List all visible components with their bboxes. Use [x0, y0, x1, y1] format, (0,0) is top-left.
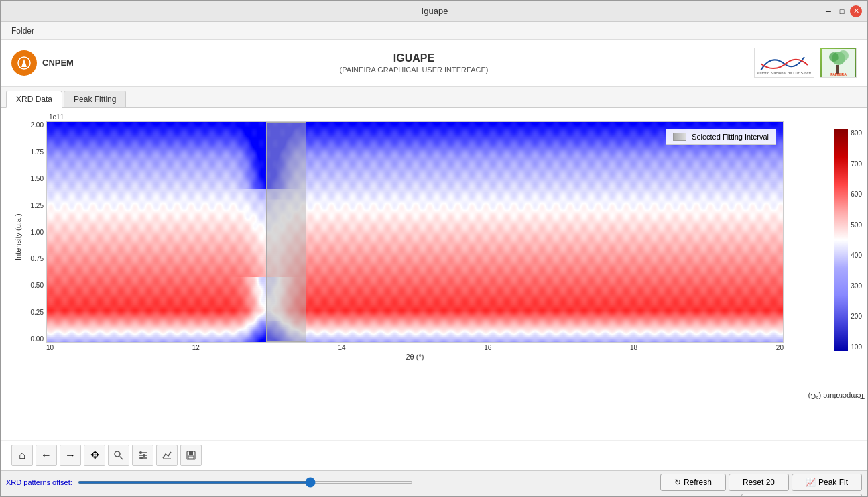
svg-point-6 [838, 50, 849, 61]
y-tick: 0.75 [31, 255, 44, 262]
chart-button[interactable] [156, 445, 178, 466]
legend-swatch [673, 133, 686, 141]
colorbar-tick: 600 [851, 190, 862, 198]
colorbar-tick: 400 [851, 252, 862, 259]
y-tick: 0.50 [31, 282, 44, 289]
offset-label[interactable]: XRD patterns offset: [6, 478, 72, 486]
zoom-icon [113, 450, 124, 461]
sliders-icon [137, 450, 148, 461]
offset-row: XRD patterns offset: ↻ Refresh Reset 2θ … [6, 474, 862, 491]
y-tick: 0.25 [31, 309, 44, 316]
x-tick: 16 [484, 344, 491, 351]
svg-point-16 [140, 457, 143, 459]
svg-text:PAINEIRA: PAINEIRA [830, 72, 847, 76]
tab-xrd-data[interactable]: XRD Data [6, 91, 62, 108]
chart-icon [162, 450, 172, 461]
header-center: IGUAPE (PAINEIRA GRAPHICAL USER INTERFAC… [74, 52, 754, 74]
peak-fit-icon: 📈 [806, 478, 816, 487]
svg-rect-20 [188, 456, 194, 459]
chart-wrapper: Intensity (u.a.) 1e11 2.001.751.501.251.… [6, 113, 826, 437]
x-tick: 14 [338, 344, 346, 351]
home-button[interactable]: ⌂ [11, 445, 33, 466]
indexing-row: Select XDR patterns indexing: XRD measur… [6, 494, 862, 497]
back-button[interactable]: ← [36, 445, 57, 466]
plot-area[interactable]: Selected Fitting Interval [46, 121, 784, 343]
svg-rect-19 [189, 451, 193, 455]
header-logos: Laboratório Nacional de Luz Síncrotron P… [754, 48, 857, 78]
colorbar-tick: 700 [851, 160, 862, 168]
colorbar-tick: 300 [851, 282, 862, 290]
selected-interval-overlay [266, 122, 306, 342]
chart-area: Intensity (u.a.) 1e11 2.001.751.501.251.… [11, 113, 826, 361]
menu-bar: Folder [1, 22, 867, 40]
y-tick: 0.00 [31, 335, 44, 343]
chart-canvas-wrapper: Intensity (u.a.) 1e11 2.001.751.501.251.… [11, 113, 826, 361]
colorbar [834, 129, 848, 351]
paineira-logo: PAINEIRA [820, 48, 857, 78]
cnpem-text: CNPEM [42, 58, 74, 68]
y-tick: 2.00 [31, 121, 44, 129]
title-bar: Iguape ─ □ ✕ [1, 1, 867, 22]
bottom-controls: XRD patterns offset: ↻ Refresh Reset 2θ … [1, 470, 867, 497]
colorbar-tick: 800 [851, 129, 862, 137]
window-title: Iguape [46, 6, 823, 16]
svg-point-14 [139, 451, 142, 454]
scale-label: 1e11 [49, 113, 826, 121]
reset-2theta-button[interactable]: Reset 2θ [729, 474, 789, 491]
x-axis-label: 2θ (°) [46, 353, 784, 361]
y-tick: 1.75 [31, 148, 44, 156]
logo-area: CNPEM [11, 50, 74, 76]
x-tick: 10 [46, 344, 54, 351]
refresh-icon: ↻ [674, 478, 681, 487]
toolbar: ⌂ ← → ✥ [1, 440, 867, 470]
colorbar-tick: 500 [851, 221, 862, 229]
save-peak-button[interactable]: 💾 Save Peak Fit Data [741, 494, 862, 497]
y-tick: 1.50 [31, 175, 44, 182]
y-tick: 1.00 [31, 229, 44, 236]
refresh-button[interactable]: ↻ Refresh [660, 474, 726, 491]
save-button[interactable] [180, 445, 202, 466]
app-title: IGUAPE [393, 52, 434, 64]
forward-button[interactable]: → [60, 445, 81, 466]
x-tick: 20 [776, 344, 784, 351]
pan-button[interactable]: ✥ [84, 445, 105, 466]
tab-peak-fitting[interactable]: Peak Fitting [64, 91, 126, 107]
legend-label: Selected Fitting Interval [692, 133, 769, 141]
x-tick: 18 [630, 344, 637, 351]
colorbar-section: 800700600500400300200100 Blower Temperat… [834, 113, 862, 437]
lnls-logo: Laboratório Nacional de Luz Síncrotron [754, 48, 814, 78]
peak-fit-button[interactable]: 📈 Peak Fit [792, 474, 862, 491]
colorbar-label: Blower Temperature (°C) [808, 392, 868, 400]
svg-line-10 [120, 456, 123, 459]
minimize-button[interactable]: ─ [823, 6, 834, 17]
close-button[interactable]: ✕ [850, 5, 862, 17]
offset-slider[interactable] [78, 481, 413, 484]
colorbar-tick: 100 [851, 343, 862, 351]
header: CNPEM IGUAPE (PAINEIRA GRAPHICAL USER IN… [1, 40, 867, 87]
folder-menu[interactable]: Folder [6, 25, 40, 37]
svg-point-9 [115, 451, 120, 457]
chart-container: Intensity (u.a.) 1e11 2.001.751.501.251.… [1, 108, 867, 440]
app-subtitle: (PAINEIRA GRAPHICAL USER INTERFACE) [340, 66, 489, 74]
svg-text:Laboratório Nacional de Luz Sí: Laboratório Nacional de Luz Síncrotron [757, 71, 811, 75]
svg-point-15 [143, 454, 145, 457]
colorbar-tick: 200 [851, 313, 862, 320]
tabs-bar: XRD Data Peak Fitting [1, 87, 867, 108]
maximize-button[interactable]: □ [836, 6, 847, 17]
y-axis-label: Intensity (u.a.) [11, 113, 22, 361]
colorbar-ticks: 800700600500400300200100 [851, 129, 862, 351]
window-controls: ─ □ ✕ [823, 5, 862, 17]
chart-main: 1e11 2.001.751.501.251.000.750.500.250.0… [22, 113, 826, 361]
legend-box: Selected Fitting Interval [666, 129, 776, 145]
colorbar-wrapper: 800700600500400300200100 [834, 129, 862, 351]
sliders-button[interactable] [132, 445, 153, 466]
x-tick: 12 [192, 344, 200, 351]
zoom-button[interactable] [108, 445, 129, 466]
save-icon [186, 450, 196, 461]
x-ticks: 101214161820 [46, 343, 784, 351]
y-tick: 1.25 [31, 202, 44, 209]
svg-point-5 [829, 52, 839, 62]
y-ticks: 2.001.751.501.251.000.750.500.250.00 [22, 121, 46, 343]
plot-with-yticks: 2.001.751.501.251.000.750.500.250.00 Sel… [22, 121, 826, 343]
cnpem-logo [11, 50, 37, 76]
